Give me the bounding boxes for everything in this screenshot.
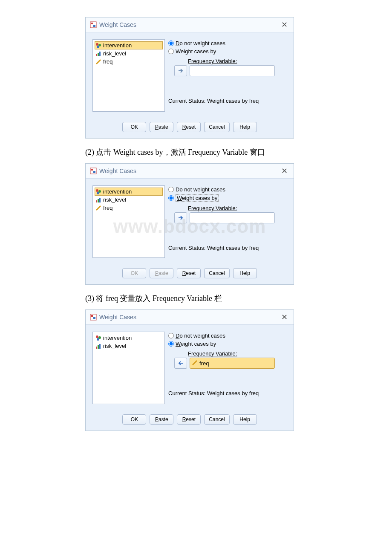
svg-rect-26 [93, 317, 95, 319]
list-item-label: freq [103, 58, 112, 65]
radio-input[interactable] [168, 49, 174, 54]
paste-button[interactable]: Paste [150, 414, 173, 425]
list-item[interactable]: freq [95, 204, 163, 212]
reset-button[interactable]: Reset [177, 122, 201, 132]
svg-line-33 [193, 361, 197, 365]
weight-cases-dialog-1: Weight Cases ✕ intervention risk_level f… [85, 17, 294, 139]
transfer-right-button[interactable] [174, 212, 187, 223]
svg-rect-6 [96, 54, 97, 56]
arrow-left-icon [178, 360, 184, 366]
ordinal-icon [95, 51, 101, 57]
svg-point-3 [96, 43, 98, 46]
reset-button[interactable]: Reset [177, 414, 201, 425]
scale-icon [95, 59, 101, 65]
close-icon[interactable]: ✕ [280, 312, 289, 322]
ordinal-icon [95, 197, 101, 203]
list-item-label: intervention [103, 42, 132, 49]
radio-label: Weight cases by [176, 194, 219, 202]
svg-rect-18 [96, 200, 97, 202]
svg-rect-13 [91, 169, 93, 171]
list-item[interactable]: risk_level [95, 196, 163, 204]
cancel-button[interactable]: Cancel [204, 268, 229, 278]
list-item[interactable]: risk_level [95, 342, 163, 350]
help-button[interactable]: Help [233, 122, 257, 132]
help-button[interactable]: Help [233, 414, 257, 425]
frequency-variable-field[interactable] [190, 212, 275, 223]
svg-rect-25 [91, 315, 93, 317]
svg-point-17 [97, 192, 99, 194]
help-button[interactable]: Help [233, 268, 257, 278]
radio-input[interactable] [168, 187, 174, 192]
radio-input[interactable] [168, 40, 174, 46]
variable-list[interactable]: intervention risk_level [92, 332, 165, 404]
radio-do-not-weight[interactable]: Do not weight cases [168, 39, 287, 47]
svg-line-9 [96, 60, 101, 64]
radio-label: Do not weight cases [176, 186, 225, 193]
list-item-label: intervention [103, 335, 132, 341]
svg-rect-1 [91, 23, 93, 24]
svg-rect-30 [96, 347, 97, 349]
svg-rect-14 [93, 171, 95, 173]
reset-button[interactable]: Reset [177, 268, 201, 278]
list-item-label: freq [103, 205, 112, 211]
variable-list[interactable]: intervention risk_level freq [92, 185, 165, 258]
current-status: Current Status: Weight cases by freq [168, 245, 287, 251]
frequency-variable-field[interactable] [190, 65, 275, 76]
svg-rect-31 [98, 345, 99, 349]
titlebar[interactable]: Weight Cases ✕ [86, 17, 294, 32]
close-icon[interactable]: ✕ [280, 20, 289, 29]
frequency-variable-label: Frequency Variable: [188, 58, 287, 64]
ok-button[interactable]: OK [122, 414, 146, 425]
radio-weight-by[interactable]: Weight cases by [168, 47, 287, 55]
svg-point-15 [96, 189, 98, 192]
radio-do-not-weight[interactable]: Do not weight cases [168, 332, 287, 340]
radio-input[interactable] [168, 195, 174, 201]
svg-line-21 [96, 206, 101, 210]
nominal-icon [95, 335, 101, 341]
nominal-icon [95, 189, 101, 195]
app-icon [90, 21, 97, 28]
button-bar: OK Paste Reset Cancel Help [86, 119, 294, 138]
svg-point-5 [97, 46, 99, 48]
arrow-right-icon [178, 215, 184, 221]
caption-step-2: (2) 点击 Weight cases by，激活 Frequency Vari… [85, 147, 307, 157]
svg-rect-20 [99, 198, 101, 202]
list-item-label: risk_level [103, 197, 126, 203]
current-status: Current Status: Weight cases by freq [168, 390, 287, 396]
transfer-right-button[interactable] [174, 65, 187, 76]
ok-button[interactable]: OK [122, 122, 146, 132]
list-item[interactable]: intervention [95, 334, 163, 342]
radio-weight-by[interactable]: Weight cases by [168, 340, 287, 348]
ok-button: OK [122, 268, 146, 278]
arrow-right-icon [178, 68, 184, 74]
caption-step-3: (3) 将 freq 变量放入 Frequency Variable 栏 [85, 293, 307, 304]
svg-point-29 [97, 338, 99, 341]
close-icon[interactable]: ✕ [280, 166, 289, 176]
variable-list[interactable]: intervention risk_level freq [92, 39, 165, 112]
button-bar: OK Paste Reset Cancel Help [86, 265, 294, 284]
cancel-button[interactable]: Cancel [204, 122, 229, 132]
titlebar[interactable]: Weight Cases ✕ [86, 164, 294, 179]
radio-weight-by[interactable]: Weight cases by [168, 194, 287, 202]
transfer-left-button[interactable] [174, 358, 187, 369]
paste-button[interactable]: Paste [150, 122, 173, 132]
dialog-title: Weight Cases [99, 21, 280, 28]
list-item-label: risk_level [103, 343, 126, 349]
dialog-title: Weight Cases [99, 314, 280, 321]
radio-label: Do not weight cases [176, 40, 225, 46]
radio-input[interactable] [168, 341, 174, 347]
frequency-variable-field[interactable]: freq [190, 358, 275, 369]
list-item-label: intervention [103, 188, 132, 195]
cancel-button[interactable]: Cancel [204, 414, 229, 425]
list-item[interactable]: intervention [95, 188, 163, 196]
list-item[interactable]: intervention [95, 41, 163, 49]
current-status: Current Status: Weight cases by freq [168, 98, 287, 104]
list-item[interactable]: freq [95, 58, 163, 66]
svg-rect-2 [93, 25, 95, 27]
radio-input[interactable] [168, 333, 174, 338]
radio-do-not-weight[interactable]: Do not weight cases [168, 185, 287, 194]
button-bar: OK Paste Reset Cancel Help [86, 411, 294, 431]
titlebar[interactable]: Weight Cases ✕ [86, 310, 294, 325]
weight-cases-dialog-2: Weight Cases ✕ intervention risk_level f… [85, 163, 294, 285]
list-item[interactable]: risk_level [95, 49, 163, 58]
